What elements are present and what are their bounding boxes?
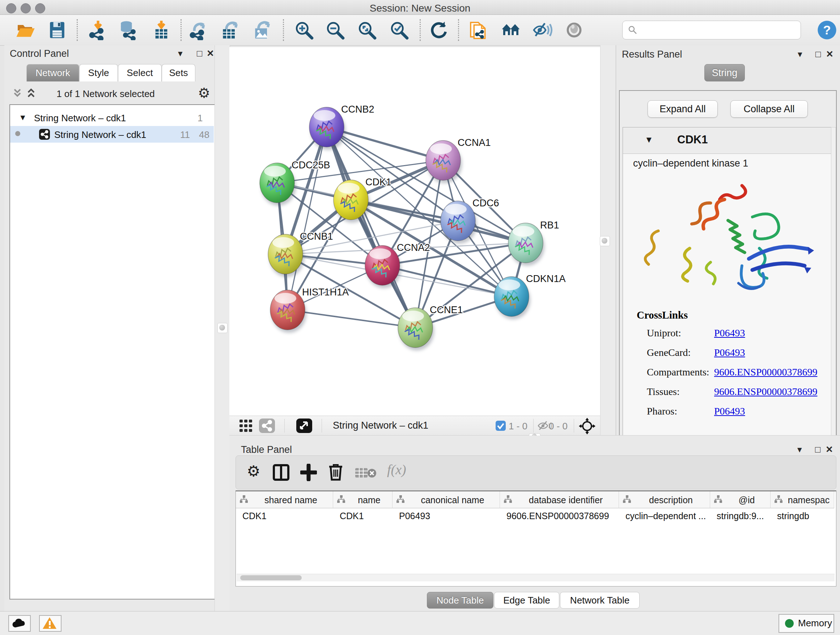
import-network-icon[interactable] [88,20,108,40]
network-edge[interactable] [287,127,327,310]
results-panel-close-icon[interactable]: ✕ [826,49,834,59]
delete-column-icon[interactable] [328,463,344,481]
table-cell[interactable]: stringdb:9... [717,508,768,527]
table-hscrollbar-thumb[interactable] [240,575,302,580]
table-panel-menu-icon[interactable]: ▾ [797,444,802,455]
control-panel-menu-icon[interactable]: ▾ [178,48,183,59]
warnings-button[interactable] [39,615,62,632]
network-node[interactable]: CCNE1 [398,304,463,350]
column-header-shared-name[interactable]: shared name [236,491,333,508]
tab-edge-table[interactable]: Edge Table [494,592,559,608]
crosslink-value-link[interactable]: P06493 [714,327,745,339]
memory-button[interactable]: Memory [778,614,834,633]
network-node[interactable]: CCNA2 [365,242,430,288]
zoom-out-icon[interactable] [325,20,345,40]
tab-string[interactable]: String [704,64,745,81]
table-cell[interactable]: 9606.ENSP00000378699 [507,508,617,527]
tab-network[interactable]: Network [27,64,79,81]
crosslink-value-link[interactable]: 9606.ENSP00000378699 [714,386,817,397]
network-node[interactable]: CDC25B [260,160,330,206]
protein-header[interactable]: ▼ CDK1 [623,127,832,154]
protein-collapse-icon[interactable]: ▼ [645,135,653,145]
collapse-all-networks-icon[interactable] [13,88,25,99]
results-scrollbar[interactable] [831,127,836,437]
table-cell[interactable]: cyclin–dependent ... [625,508,708,527]
birds-eye-view-icon[interactable] [296,418,312,433]
network-node[interactable]: HIST1H1A [270,287,349,333]
show-columns-icon[interactable] [273,464,289,481]
cloud-status-button[interactable] [8,615,31,632]
network-node[interactable]: RB1 [508,220,559,266]
tab-select[interactable]: Select [118,64,162,81]
network-row[interactable]: String Network – cdk1 11 48 [10,126,214,143]
tab-network-table[interactable]: Network Table [560,592,639,608]
collapse-all-button[interactable]: Collapse All [730,100,808,118]
grid-view-icon[interactable] [240,420,253,432]
string-document-icon[interactable] [468,20,488,40]
crosslink-value-link[interactable]: 9606.ENSP00000378699 [714,366,817,378]
node-label: CCNE1 [430,304,463,315]
zoom-fit-icon[interactable] [357,20,377,40]
string-home-icon[interactable] [501,20,521,40]
open-session-icon[interactable] [15,20,35,40]
column-header--id[interactable]: @id [710,491,771,508]
show-glass-ball-icon [564,20,584,40]
tab-sets[interactable]: Sets [162,64,195,81]
zoom-in-icon[interactable] [294,20,314,40]
table-hscrollbar-track[interactable] [237,574,835,581]
fit-content-crosshair-icon[interactable] [579,418,595,434]
network-graph[interactable]: CCNB2CCNA1CDC25BCDK1CDC6RB1CCNB1CCNA2CDK… [229,47,600,416]
network-edge[interactable] [287,310,415,328]
results-panel-menu-icon[interactable]: ▾ [798,49,802,59]
table-settings-gear-icon[interactable]: ⚙ [247,462,261,480]
network-node[interactable]: CCNB1 [268,231,333,277]
add-column-icon[interactable] [300,464,317,481]
table-cell[interactable]: stringdb [777,508,832,527]
expand-all-button[interactable]: Expand All [647,100,718,118]
control-panel-close-icon[interactable]: ✕ [207,48,214,59]
network-collection-row[interactable]: ▼ String Network – cdk1 1 [10,109,214,126]
control-panel-float-icon[interactable]: □ [197,48,202,59]
network-canvas[interactable]: CCNB2CCNA1CDC25BCDK1CDC6RB1CCNB1CCNA2CDK… [229,47,600,416]
zoom-selected-icon[interactable] [389,20,409,40]
column-header-canonical-name[interactable]: canonical name [393,491,500,508]
column-header-namespac[interactable]: namespac [771,491,834,508]
save-session-icon[interactable] [47,20,67,40]
network-node[interactable]: CCNB2 [309,104,374,150]
crosslink-value-link[interactable]: P06493 [714,405,745,417]
results-panel-float-icon[interactable]: □ [815,49,821,59]
collection-expand-icon[interactable]: ▼ [19,113,27,122]
import-network-from-database-icon[interactable] [118,20,138,40]
table-toolbar: ⚙ f(x) [235,455,836,489]
export-image-icon[interactable] [252,20,272,40]
tab-node-table[interactable]: Node Table [427,592,493,608]
table-panel-close-icon[interactable]: ✕ [826,444,833,455]
tab-style[interactable]: Style [79,64,118,81]
selected-checkbox-icon[interactable] [496,421,506,431]
apply-layout-icon[interactable] [429,20,449,40]
table-cell[interactable]: CDK1 [242,508,331,527]
left-splitter-handle[interactable] [218,323,227,333]
crosslink-value-link[interactable]: P06493 [714,347,745,358]
network-node[interactable]: CDC6 [441,198,499,244]
table-cell[interactable]: CDK1 [340,508,390,527]
search-input[interactable] [622,21,801,40]
export-network-icon[interactable] [188,20,209,40]
network-options-gear-icon[interactable]: ⚙ [198,85,210,101]
enhance-labels-icon[interactable] [532,20,553,40]
export-table-icon[interactable] [219,20,240,40]
network-node[interactable]: CDKN1A [494,273,566,319]
protein-result-card: ▼ CDK1 cyclin–dependent kinase 1 [622,127,832,437]
import-table-icon[interactable] [151,20,172,40]
column-header-description[interactable]: description [619,491,710,508]
node-table[interactable]: shared namenamecanonical namedatabase id… [235,491,836,586]
right-splitter-handle[interactable] [600,236,610,246]
column-header-name[interactable]: name [333,491,393,508]
toolbar-separator [458,19,459,41]
help-icon[interactable]: ? [817,20,837,40]
table-panel-float-icon[interactable]: □ [815,444,821,455]
column-header-database-identifier[interactable]: database identifier [500,491,619,508]
table-cell[interactable]: P06493 [399,508,498,527]
expand-all-networks-icon[interactable] [27,88,39,99]
network-node[interactable]: CDK1 [333,177,392,223]
